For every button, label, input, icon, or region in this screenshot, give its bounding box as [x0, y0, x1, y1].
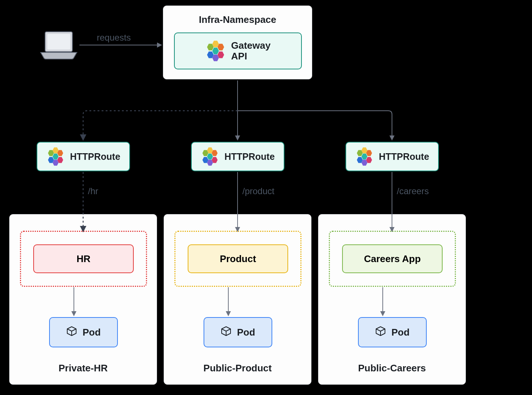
hr-pod-box: Pod [49, 317, 118, 347]
product-service-deployment: Product [174, 231, 301, 287]
product-pod-box: Pod [204, 317, 272, 347]
careers-service-label: Careers App [364, 253, 421, 265]
public-product-title: Public-Product [164, 363, 311, 374]
product-pod-label: Pod [237, 327, 255, 338]
careers-pod-label: Pod [391, 327, 409, 338]
infra-namespace-title: Infra-Namespace [163, 6, 312, 25]
edge-label-requests: requests [97, 32, 131, 43]
product-service-label: Product [220, 253, 256, 265]
private-hr-namespace-box: HR Pod Private-HR [9, 214, 157, 385]
public-careers-title: Public-Careers [318, 363, 466, 374]
arrow-to-careers-route [238, 111, 392, 140]
careers-pod-box: Pod [358, 317, 427, 347]
private-hr-title: Private-HR [10, 363, 157, 374]
httproute-careers-box: HTTPRoute [345, 142, 439, 171]
careers-service-box: Careers App [342, 244, 443, 273]
httproute-product-box: HTTPRoute [191, 142, 284, 171]
httproute-careers-label: HTTPRoute [379, 151, 429, 162]
edge-label-careers: /careers [397, 186, 429, 196]
hr-pod-label: Pod [82, 327, 100, 338]
hr-service-box: HR [33, 244, 134, 273]
httproute-hr-label: HTTPRoute [70, 151, 120, 162]
hr-service-label: HR [76, 253, 91, 265]
cube-icon [66, 326, 77, 339]
arrow-to-hr-route [83, 111, 238, 140]
edge-label-hr: /hr [88, 186, 98, 196]
cube-icon [375, 326, 386, 339]
hr-service-deployment: HR [20, 231, 147, 287]
cube-icon [221, 326, 232, 339]
careers-service-deployment: Careers App [329, 231, 456, 287]
svg-rect-1 [47, 34, 70, 49]
infra-namespace-box: Infra-Namespace Gateway API [163, 6, 312, 79]
httproute-product-label: HTTPRoute [224, 151, 274, 162]
client-laptop-icon [40, 31, 78, 60]
gateway-label-line1: Gateway [231, 40, 271, 51]
gateway-api-box: Gateway API [174, 32, 302, 69]
diagram-canvas: requests Infra-Namespace Gateway API HTT… [0, 0, 532, 395]
public-product-namespace-box: Product Pod Public-Product [164, 214, 311, 385]
edge-label-product: /product [242, 186, 274, 196]
product-service-box: Product [188, 244, 288, 273]
httproute-hr-box: HTTPRoute [37, 142, 130, 171]
gateway-label-line2: API [231, 51, 271, 62]
public-careers-namespace-box: Careers App Pod Public-Careers [318, 214, 466, 385]
